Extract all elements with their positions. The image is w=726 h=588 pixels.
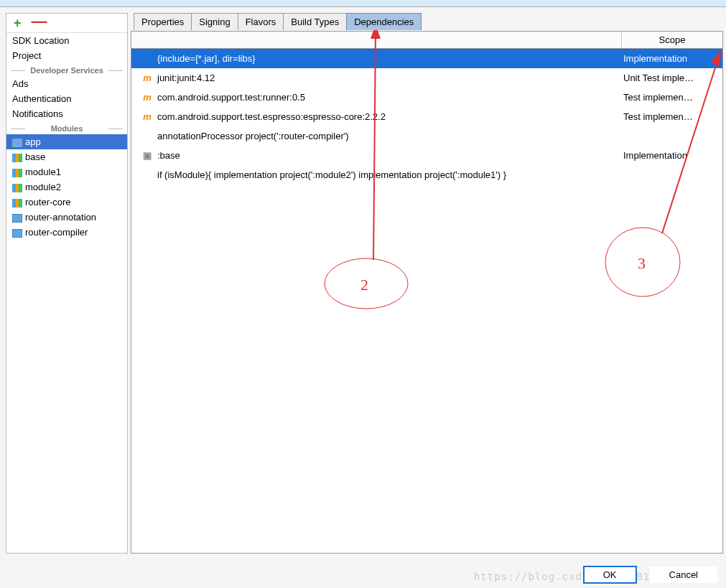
tab-build-types[interactable]: Build Types [283, 13, 347, 30]
dependency-scope[interactable]: Unit Test imple… [618, 70, 718, 86]
sidebar-module-router-compiler[interactable]: router-compiler [6, 225, 127, 240]
dependency-text: com.android.support.test:runner:0.5 [157, 92, 305, 103]
dependency-text: if (isModule){ implementation project(':… [157, 169, 506, 180]
dependency-row[interactable]: if (isModule){ implementation project(':… [131, 165, 722, 185]
dependency-row[interactable]: mjunit:junit:4.12Unit Test imple… [131, 68, 722, 88]
sidebar-item-label: base [25, 151, 45, 162]
sidebar-module-module2[interactable]: module2 [6, 179, 127, 195]
dependency-scope[interactable]: Test implemen… [618, 89, 718, 106]
window-titlebar [0, 0, 726, 7]
sidebar-divider-modules: Modules [6, 124, 127, 133]
table-rows: {include=[*.jar], dir=libs}Implementatio… [131, 49, 722, 553]
module-icon [12, 199, 22, 207]
dependency-row[interactable]: mcom.android.support.test.espresso:espre… [131, 107, 722, 126]
maven-icon: m [141, 92, 153, 103]
dependency-text: {include=[*.jar], dir=libs} [157, 53, 256, 64]
maven-icon: m [141, 73, 153, 83]
sidebar-module-app[interactable]: app [6, 134, 127, 149]
sidebar-item-label: app [25, 136, 41, 147]
sidebar-item-ads[interactable]: Ads [6, 76, 127, 91]
module-icon [12, 229, 22, 238]
sidebar: + — SDK Location Project Developer Servi… [6, 13, 128, 554]
dependency-scope[interactable] [618, 172, 718, 178]
dependencies-table: Scope {include=[*.jar], dir=libs}Impleme… [131, 31, 723, 554]
add-icon[interactable]: + [14, 18, 22, 28]
header-dep[interactable] [131, 32, 622, 48]
module-icon [12, 214, 22, 223]
sidebar-item-label: module2 [25, 182, 61, 192]
sidebar-module-router-annotation[interactable]: router-annotation [6, 210, 127, 225]
sidebar-module-router-core[interactable]: router-core [6, 195, 127, 210]
sidebar-item-sdk-location[interactable]: SDK Location [6, 33, 127, 48]
dependency-scope[interactable]: Test implemen… [618, 108, 718, 125]
sidebar-divider-dev: Developer Services [6, 66, 127, 75]
module-icon [12, 184, 22, 192]
folder-icon [12, 139, 22, 147]
sidebar-item-label: module1 [25, 167, 61, 177]
dependency-scope[interactable]: Implementation [618, 50, 718, 67]
table-header: Scope [131, 32, 722, 49]
sidebar-item-label: router-compiler [25, 227, 88, 238]
remove-icon[interactable]: — [32, 18, 47, 25]
header-scope[interactable]: Scope [622, 32, 722, 48]
content-area: Properties Signing Flavors Build Types D… [131, 13, 723, 554]
dependency-text: com.android.support.test.espresso:espres… [157, 111, 386, 122]
dependency-scope[interactable] [618, 134, 718, 139]
module-icon [12, 169, 22, 177]
dependency-text: :base [157, 150, 180, 161]
folder-icon: ▣ [141, 150, 153, 161]
dependency-scope[interactable]: Implementation [618, 147, 718, 164]
sidebar-item-notifs[interactable]: Notifications [6, 106, 127, 121]
ok-button[interactable]: OK [583, 566, 637, 584]
sidebar-item-project[interactable]: Project [6, 48, 127, 63]
dependency-row[interactable]: ▣:baseImplementation [131, 146, 722, 165]
dependency-row[interactable]: annotationProcessor project(':router-com… [131, 126, 722, 146]
dependency-row[interactable]: {include=[*.jar], dir=libs}Implementatio… [131, 49, 722, 68]
tab-flavors[interactable]: Flavors [238, 13, 284, 30]
sidebar-list: SDK Location Project Developer Services … [6, 33, 127, 553]
sidebar-module-module1[interactable]: module1 [6, 164, 127, 179]
maven-icon: m [141, 111, 153, 122]
dependency-text: annotationProcessor project(':router-com… [157, 131, 349, 141]
sidebar-item-label: router-annotation [25, 212, 96, 223]
tab-properties[interactable]: Properties [134, 13, 192, 30]
dependency-text: junit:junit:4.12 [157, 73, 215, 83]
tabs: Properties Signing Flavors Build Types D… [134, 13, 723, 31]
dependency-row[interactable]: mcom.android.support.test:runner:0.5Test… [131, 88, 722, 107]
module-icon [12, 154, 22, 162]
sidebar-item-label: router-core [25, 197, 71, 207]
tab-signing[interactable]: Signing [191, 13, 238, 30]
tab-dependencies[interactable]: Dependencies [346, 13, 422, 30]
bottom-bar: OK Cancel [583, 566, 717, 584]
sidebar-item-auth[interactable]: Authentication [6, 91, 127, 106]
cancel-button[interactable]: Cancel [650, 566, 717, 583]
sidebar-toolbar: + — [6, 14, 127, 33]
sidebar-module-base[interactable]: base [6, 149, 127, 164]
